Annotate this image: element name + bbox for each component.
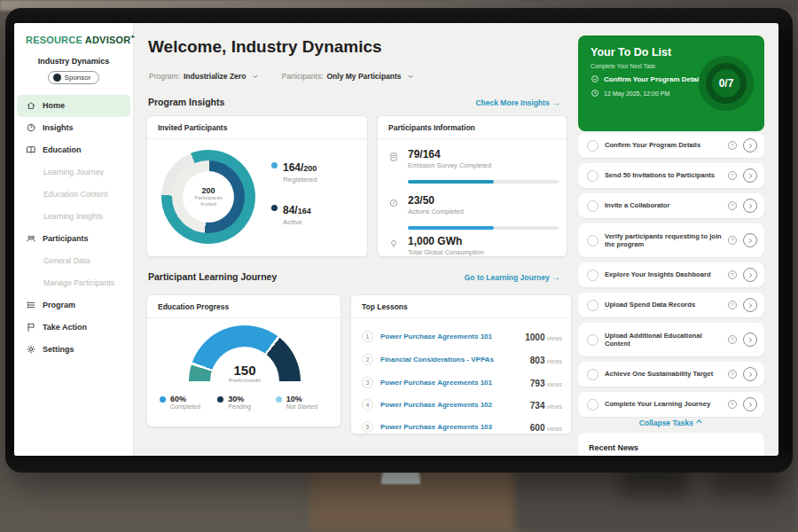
take-action-icon — [26, 322, 36, 332]
task-open-button[interactable] — [743, 332, 757, 347]
recent-news-title: Recent News — [589, 443, 754, 452]
chevron-right-icon — [747, 143, 754, 149]
legend-pending: 30%Pending — [217, 395, 275, 410]
sidebar-item-learning-insights[interactable]: Learning Insights — [14, 206, 133, 228]
actions-icon — [388, 198, 399, 208]
task-open-button[interactable] — [743, 168, 757, 183]
sidebar-item-home[interactable]: Home — [17, 95, 130, 117]
info-icon[interactable]: ? — [728, 236, 737, 245]
check-circle-icon — [591, 74, 599, 83]
task-open-button[interactable] — [743, 268, 757, 282]
legend-dot — [217, 396, 223, 403]
program-select[interactable]: Program:Industrialize Zero — [149, 72, 259, 81]
settings-icon — [26, 344, 36, 355]
task-open-button[interactable] — [743, 199, 757, 213]
task-row[interactable]: Verify participants requesting to join t… — [578, 223, 764, 257]
task-row[interactable]: Achieve One Sustainability Target ? — [578, 362, 764, 387]
sidebar-item-general-data[interactable]: General Data — [14, 250, 133, 272]
sponsor-icon — [53, 74, 61, 82]
todo-progress-counter: 0/7 — [699, 56, 754, 111]
task-checkbox[interactable] — [587, 270, 598, 281]
program-insights-heading: Program Insights — [148, 97, 224, 107]
sidebar-item-program[interactable]: Program — [14, 294, 133, 317]
task-checkbox[interactable] — [587, 300, 598, 311]
chevron-right-icon — [747, 302, 754, 309]
info-icon[interactable]: ? — [728, 171, 737, 180]
task-checkbox[interactable] — [587, 170, 598, 182]
sidebar: RESOURCE ADVISOR+ Industry Dynamics Spon… — [14, 23, 134, 456]
task-row[interactable]: Upload Additional Educational Content ? — [578, 323, 764, 356]
sidebar-item-participants[interactable]: Participants — [14, 228, 133, 250]
page-title: Welcome, Industry Dynamics — [148, 37, 382, 57]
task-row[interactable]: Confirm Your Program Details ? — [578, 133, 764, 158]
education-icon — [26, 145, 36, 155]
task-checkbox[interactable] — [587, 399, 598, 411]
task-row[interactable]: Upload Spend Data Records ? — [578, 293, 764, 317]
lesson-link[interactable]: Financial Considerations - VPPAs — [380, 356, 523, 364]
top-lessons-card: Top Lessons 1 Power Purchase Agreements … — [350, 294, 572, 434]
lesson-link[interactable]: Power Purchase Agreements 101 — [380, 332, 518, 340]
info-icon[interactable]: ? — [728, 270, 737, 279]
chevron-right-icon — [747, 173, 754, 179]
task-open-button[interactable] — [743, 138, 757, 153]
sidebar-nav: Home Insights Education Learning Journey… — [14, 95, 133, 361]
task-open-button[interactable] — [743, 397, 757, 411]
sidebar-item-education[interactable]: Education — [14, 139, 133, 161]
task-open-button[interactable] — [743, 367, 757, 381]
card-title: Participants Information — [378, 116, 567, 139]
task-row[interactable]: Explore Your Insights Dashboard ? — [578, 262, 764, 287]
todo-panel: Your To Do List Complete Your Next Task:… — [578, 35, 764, 131]
check-more-insights-link[interactable]: Check More Insights → — [404, 98, 560, 107]
arrow-right-icon: → — [552, 272, 560, 282]
info-icon[interactable]: ? — [728, 141, 737, 150]
learning-journey-heading: Participant Learning Journey — [148, 271, 277, 282]
info-icon[interactable]: ? — [728, 370, 737, 379]
lesson-link[interactable]: Power Purchase Agreements 101 — [380, 379, 523, 387]
org-name: Industry Dynamics — [14, 57, 133, 66]
arrow-right-icon: → — [552, 98, 560, 107]
sidebar-item-insights[interactable]: Insights — [14, 117, 133, 139]
task-checkbox[interactable] — [587, 140, 598, 152]
collapse-tasks-link[interactable]: Collapse Tasks — [578, 419, 764, 427]
info-icon[interactable]: ? — [728, 335, 737, 344]
info-icon[interactable]: ? — [728, 400, 737, 409]
lesson-row: 3 Power Purchase Agreements 101 793views — [362, 373, 562, 391]
sidebar-item-education-content[interactable]: Education Content — [14, 184, 133, 206]
sidebar-item-learning-journey[interactable]: Learning Journey — [14, 161, 133, 184]
info-icon[interactable]: ? — [728, 201, 737, 210]
sidebar-item-settings[interactable]: Settings — [14, 339, 133, 361]
task-checkbox[interactable] — [587, 200, 598, 212]
task-list: Confirm Your Program Details ? Send 50 I… — [578, 133, 764, 422]
stat-consumption: 1,000 GWh Total Global Consumption — [388, 235, 484, 256]
sidebar-item-manage-participants[interactable]: Manage Participants — [14, 272, 133, 294]
task-checkbox[interactable] — [587, 235, 598, 246]
education-progress-card: Education Progress 150 Participants 60%C… — [146, 294, 341, 427]
card-title: Top Lessons — [351, 295, 571, 318]
legend-registered: 164/200 Registered — [271, 159, 317, 184]
sidebar-item-take-action[interactable]: Take Action — [14, 317, 133, 339]
info-icon[interactable]: ? — [728, 301, 737, 309]
home-icon — [26, 100, 36, 111]
lesson-link[interactable]: Power Purchase Agreements 103 — [380, 423, 523, 431]
chevron-up-icon — [695, 419, 703, 425]
task-row[interactable]: Send 50 Invitations to Participants ? — [578, 163, 764, 188]
task-open-button[interactable] — [743, 233, 757, 247]
resource-advisor-logo: RESOURCE ADVISOR+ — [26, 33, 133, 45]
card-title: Invited Participants — [147, 116, 367, 139]
legend-completed: 60%Completed — [160, 395, 217, 410]
sponsor-badge[interactable]: Sponsor — [48, 71, 100, 84]
lesson-link[interactable]: Power Purchase Agreements 102 — [380, 401, 523, 409]
filter-bar: Program:Industrialize Zero Participants:… — [149, 72, 414, 81]
task-row[interactable]: Complete Your Learning Journey ? — [578, 392, 764, 417]
legend-dot — [271, 162, 278, 168]
task-open-button[interactable] — [743, 298, 757, 312]
emission-progress-bar — [408, 180, 559, 184]
go-to-learning-journey-link[interactable]: Go to Learning Journey → — [404, 272, 560, 282]
participants-select[interactable]: Participants:Only My Participants — [282, 72, 414, 81]
task-checkbox[interactable] — [587, 369, 598, 380]
task-row[interactable]: Invite a Collaborator ? — [578, 193, 764, 218]
education-gauge-chart: 150 Participants — [189, 325, 301, 382]
chevron-down-icon — [252, 73, 259, 80]
lesson-row: 1 Power Purchase Agreements 101 1000view… — [362, 327, 562, 345]
task-checkbox[interactable] — [587, 334, 598, 346]
